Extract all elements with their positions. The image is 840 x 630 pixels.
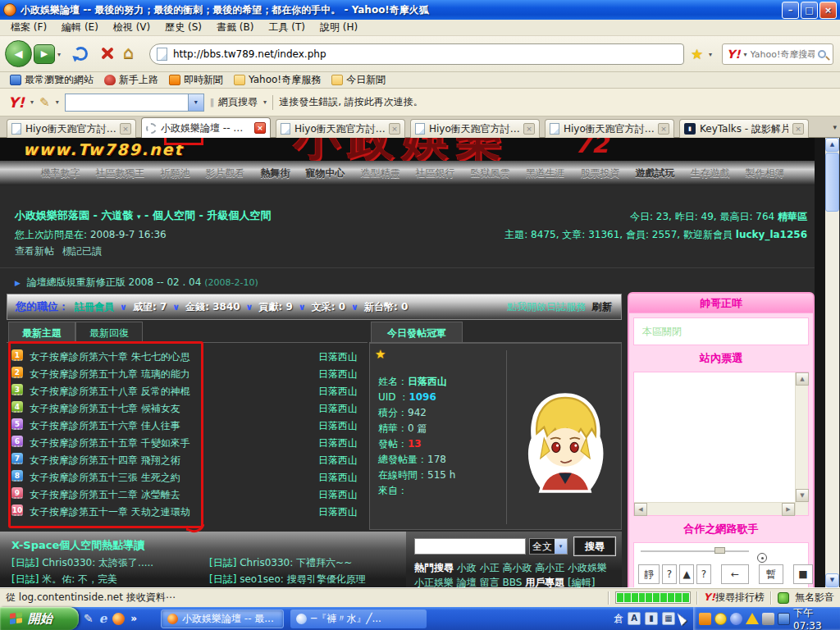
quicklaunch-pencil-icon[interactable]: ✎	[84, 612, 94, 625]
taskbar-clock[interactable]: 下午 07:33	[793, 606, 834, 630]
scroll-up-icon[interactable]: ▲	[796, 372, 809, 386]
menu-history[interactable]: 歷史 (S)	[158, 19, 209, 36]
minimize-button[interactable]: –	[782, 2, 799, 19]
menu-file[interactable]: 檔案 (F)	[3, 19, 54, 36]
tab-forum-active[interactable]: 小政娛樂論壇 -- … ×	[141, 117, 271, 138]
nav-item[interactable]: 遊戲試玩	[636, 167, 675, 180]
tab-hiyo-1[interactable]: Hiyo衝天跑官方討… ×	[7, 119, 136, 138]
tab-today-top-poster[interactable]: 今日發帖冠軍	[371, 322, 463, 343]
essence-link[interactable]: 精華區	[778, 211, 807, 222]
maximize-button[interactable]: □	[801, 2, 818, 19]
yahoo-toolbar-search-input[interactable]: ▾	[65, 94, 204, 112]
player-pause-button[interactable]: 暫	[759, 564, 783, 584]
start-button[interactable]: 開始	[0, 607, 79, 630]
taskbar-window-forum[interactable]: 小政娛樂論壇 -- 最...	[161, 609, 284, 628]
tray-msn-icon[interactable]	[730, 613, 742, 625]
nav-item[interactable]: 社區銀行	[416, 167, 455, 180]
menu-tools[interactable]: 工具 (T)	[261, 19, 313, 36]
yahoo-toolbar-logo[interactable]: Y!	[8, 94, 25, 111]
xspace-item[interactable]: [日誌] seo1seo: 搜尋引擎優化原理	[209, 573, 366, 587]
scroll-right-icon[interactable]: ▶	[782, 503, 795, 516]
ime-shape-icon[interactable]: ▮	[645, 612, 658, 625]
ime-cangjie-indicator[interactable]: 倉	[614, 612, 623, 626]
topic-author-link[interactable]: 日落西山	[318, 505, 358, 519]
tray-display-icon[interactable]	[778, 613, 790, 625]
url-input[interactable]	[173, 48, 677, 60]
topic-author-link[interactable]: 日落西山	[318, 368, 358, 381]
menu-bookmarks[interactable]: 書籤 (B)	[209, 19, 261, 36]
tab-latest-topics[interactable]: 最新主題	[8, 322, 75, 343]
nav-item[interactable]: 黑道生涯	[526, 167, 565, 180]
history-dropdown-icon[interactable]: ▾	[57, 51, 61, 58]
menu-edit[interactable]: 編輯 (E)	[54, 19, 106, 36]
tab-latest-replies[interactable]: 最新回復	[75, 322, 143, 343]
pencil-dropdown-icon[interactable]: ▾	[56, 98, 59, 106]
web-search-button[interactable]: 網頁搜尋	[218, 95, 258, 109]
topic-author-link[interactable]: 日落西山	[318, 350, 358, 364]
hot-keyword-bold[interactable]: 用戶專題	[525, 577, 564, 587]
horizontal-scrollbar[interactable]: ◀ ▶	[634, 502, 795, 515]
hot-keywords[interactable]: 小正娛樂 論壇 留言 BBS	[414, 577, 522, 587]
tab-close-icon[interactable]: ×	[389, 123, 400, 135]
nav-item[interactable]: 寵物中心	[306, 167, 345, 180]
menu-help[interactable]: 說明 (H)	[313, 19, 365, 36]
tray-device-icon[interactable]	[762, 613, 774, 625]
stop-icon[interactable]	[100, 46, 115, 61]
search-scope-select[interactable]: 全文 ▾	[529, 538, 568, 555]
tray-warning-icon[interactable]	[746, 613, 759, 624]
nav-item[interactable]: 股票投資	[581, 167, 620, 180]
web-search-dropdown-icon[interactable]: ▾	[263, 98, 267, 106]
player-progress-handle[interactable]	[714, 547, 725, 554]
tab-close-icon[interactable]: ×	[792, 123, 804, 135]
scroll-down-icon[interactable]: ▼	[796, 489, 809, 502]
edit-link[interactable]: [編輯]	[568, 577, 595, 587]
topic-author-link[interactable]: 日落西山	[318, 419, 358, 433]
xspace-item[interactable]: [日誌] Chris0330: 太誇張了.....	[11, 556, 153, 570]
toolbar-splitter[interactable]: ||	[210, 97, 212, 107]
yahoo-logo[interactable]: Y!	[727, 48, 741, 61]
keyboard-icon[interactable]: ▦	[662, 612, 675, 625]
tab-close-icon[interactable]: ×	[254, 122, 266, 134]
page-scrollbar[interactable]: ▲ ▼	[825, 138, 839, 587]
bookmark-latest-news[interactable]: 即時新聞	[166, 73, 226, 87]
yahoo-logo-dropdown-icon[interactable]: ▾	[30, 98, 34, 106]
close-button[interactable]: ×	[819, 2, 837, 19]
yahoo-search-input[interactable]	[751, 49, 815, 60]
player-button[interactable]: ?	[662, 564, 677, 584]
nav-item[interactable]: 影片觀看	[206, 167, 245, 180]
nav-item[interactable]: 造型精靈	[361, 167, 400, 180]
bookmark-today-news[interactable]: 今日新聞	[328, 73, 389, 87]
player-back-button[interactable]: ←	[721, 564, 749, 584]
bookmark-most-visited[interactable]: 最常瀏覽的網站	[7, 73, 97, 87]
tab-close-icon[interactable]: ×	[523, 123, 535, 135]
tab-keytalks[interactable]: ▮ KeyTalks - 說影解片… ×	[679, 119, 809, 138]
tab-hiyo-4[interactable]: Hiyo衝天跑官方討… ×	[545, 119, 674, 138]
home-icon[interactable]: ⌂	[123, 43, 134, 62]
ime-alpha-icon[interactable]: A	[628, 612, 641, 625]
tab-close-icon[interactable]: ×	[658, 123, 669, 135]
taskbar-window-chat[interactable]: ─『褲〃水』╱...	[290, 609, 427, 628]
topic-author-link[interactable]: 日落西山	[318, 402, 358, 416]
tab-hiyo-3[interactable]: Hiyo衝天跑官方討… ×	[410, 119, 540, 138]
xspace-item[interactable]: [日誌] 米。佑: 不，完美	[11, 573, 117, 587]
tab-close-icon[interactable]: ×	[120, 123, 131, 135]
tab-hiyo-2[interactable]: Hiyo衝天跑官方討… ×	[276, 119, 405, 138]
menu-view[interactable]: 檢視 (V)	[106, 19, 158, 36]
vertical-scrollbar[interactable]: ▲ ▼	[795, 372, 808, 515]
view-new-posts-link[interactable]: 查看新帖	[15, 244, 54, 258]
scroll-left-icon[interactable]: ◀	[634, 503, 647, 516]
xspace-item[interactable]: [日誌] Chris0330: 下禮拜六~~	[209, 556, 352, 570]
hot-keywords[interactable]: 小政 小正 高小政 高小正 小政娛樂	[457, 562, 607, 573]
forum-search-input[interactable]	[414, 538, 526, 555]
wretch-video-widget[interactable]: 無名影音	[795, 591, 834, 605]
connection-error-text[interactable]: 連接發生錯誤, 請按此再次連接。	[279, 95, 423, 109]
nav-item[interactable]: 製作相簿	[746, 167, 785, 180]
scroll-down-icon[interactable]: ▼	[825, 573, 839, 587]
player-volume-button[interactable]: ▲	[679, 564, 694, 584]
combo-dropdown-icon[interactable]: ▾	[188, 94, 203, 111]
nav-item[interactable]: 社區數獨王	[96, 167, 145, 180]
journal-service-link[interactable]: 點我開啟日誌服務	[507, 300, 586, 314]
topic-author-link[interactable]: 日落西山	[318, 488, 358, 502]
new-member-link[interactable]: lucky_la1256	[736, 229, 807, 240]
champion-name[interactable]: 日落西山	[408, 376, 447, 387]
